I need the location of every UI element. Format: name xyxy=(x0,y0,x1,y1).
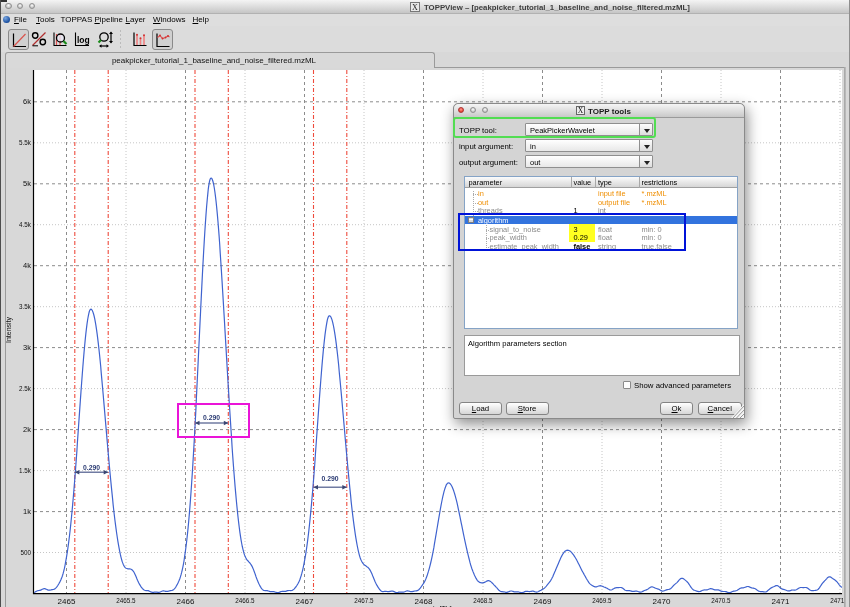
svg-text:2470: 2470 xyxy=(653,597,671,606)
svg-text:2467: 2467 xyxy=(296,597,314,606)
svg-text:500: 500 xyxy=(20,549,31,556)
svg-text:6k: 6k xyxy=(23,97,31,106)
svg-text:2469: 2469 xyxy=(534,597,552,606)
svg-text:2465: 2465 xyxy=(58,597,76,606)
svg-text:2465.5: 2465.5 xyxy=(116,597,136,604)
svg-text:2466: 2466 xyxy=(177,597,195,606)
svg-text:Intensity: Intensity xyxy=(5,316,13,343)
svg-text:5.5k: 5.5k xyxy=(19,139,32,146)
svg-text:4k: 4k xyxy=(23,261,31,270)
svg-text:3k: 3k xyxy=(23,343,31,352)
svg-text:0.290: 0.290 xyxy=(322,475,339,482)
svg-text:3.5k: 3.5k xyxy=(19,303,32,310)
svg-text:5k: 5k xyxy=(23,179,31,188)
svg-text:2.5k: 2.5k xyxy=(19,385,32,392)
svg-text:2k: 2k xyxy=(23,425,31,434)
svg-text:1k: 1k xyxy=(23,507,31,516)
svg-text:1.5k: 1.5k xyxy=(19,467,32,474)
svg-text:2466.5: 2466.5 xyxy=(235,597,255,604)
svg-text:2469.5: 2469.5 xyxy=(592,597,612,604)
svg-text:2470.5: 2470.5 xyxy=(711,597,731,604)
svg-text:2471: 2471 xyxy=(772,597,790,606)
svg-text:0.290: 0.290 xyxy=(83,464,100,471)
svg-text:2468.5: 2468.5 xyxy=(473,597,493,604)
svg-text:2467.5: 2467.5 xyxy=(354,597,374,604)
svg-text:4.5k: 4.5k xyxy=(19,221,32,228)
